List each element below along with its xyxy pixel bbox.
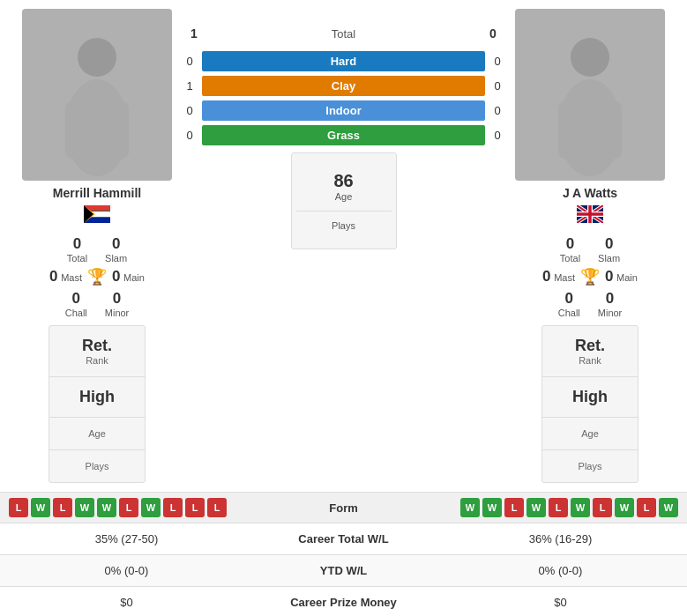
left-form-4: W — [75, 498, 94, 517]
left-age-row: Age — [49, 418, 145, 450]
left-form-7: W — [141, 498, 161, 517]
surface-row-indoor: 0 Indoor 0 — [181, 100, 506, 121]
gb-flag — [577, 205, 603, 223]
left-form-6: L — [119, 498, 138, 517]
right-form-1: W — [460, 498, 480, 517]
left-slam-stat: 0 Slam — [105, 235, 127, 263]
left-trophy-icon: 🏆 — [87, 267, 107, 286]
left-chall-minor-stats: 0 Chall 0 Minor — [65, 290, 130, 318]
right-form-9: L — [637, 498, 656, 517]
surface-row-clay: 1 Clay 0 — [181, 76, 506, 96]
right-form-10: W — [659, 498, 678, 517]
right-form-7: L — [593, 498, 612, 517]
svg-point-0 — [78, 38, 116, 77]
prize-label: Career Prize Money — [253, 587, 434, 617]
left-form-10: L — [207, 498, 227, 517]
left-player-name: Merrill Hammill — [53, 186, 141, 200]
right-mast-main-row: 0 Mast 🏆 0 Main — [542, 267, 638, 286]
left-form-2: W — [31, 498, 50, 517]
right-form-3: L — [504, 498, 524, 517]
left-form-8: L — [163, 498, 183, 517]
right-form-5: L — [549, 498, 568, 517]
surface-row-grass: 0 Grass 0 — [181, 125, 506, 145]
total-row: 1 Total 0 — [181, 26, 506, 41]
center-info-panel: 86 Age Plays — [291, 152, 397, 249]
right-side-panel: Ret. Rank High Age Plays — [541, 325, 638, 483]
comparison-section: Merrill Hammill 0 — [0, 0, 687, 492]
surface-btn-hard[interactable]: Hard — [202, 51, 485, 71]
surface-btn-indoor[interactable]: Indoor — [202, 100, 485, 121]
right-chall-minor-stats: 0 Chall 0 Minor — [558, 290, 623, 318]
left-player-photo — [22, 9, 172, 181]
right-age-row: Age — [542, 418, 638, 450]
left-ytd-wl: 0% (0-0) — [0, 555, 253, 587]
left-player-flag — [84, 204, 110, 228]
career-wl-row: 35% (27-50) Career Total W/L 36% (16-29) — [0, 523, 687, 555]
ytd-wl-row: 0% (0-0) YTD W/L 0% (0-0) — [0, 555, 687, 587]
left-player-area: Merrill Hammill 0 — [13, 9, 181, 483]
center-age-row: 86 Age — [296, 162, 392, 212]
left-plays-row: Plays — [49, 450, 145, 482]
surface-btn-clay[interactable]: Clay — [202, 76, 485, 96]
total-left-val: 1 — [181, 26, 207, 41]
left-prize: $0 — [0, 587, 253, 617]
left-form-3: L — [53, 498, 72, 517]
total-label: Total — [207, 27, 480, 41]
svg-rect-17 — [604, 101, 622, 159]
svg-rect-2 — [65, 101, 83, 159]
surface-row-hard: 0 Hard 0 — [181, 51, 506, 71]
right-silhouette — [546, 31, 634, 181]
surface-rows: 0 Hard 0 1 Clay 0 0 Indoor 0 — [181, 51, 506, 145]
right-plays-row: Plays — [542, 450, 638, 482]
left-stats-grid: 0 Total 0 Slam — [67, 235, 127, 263]
right-player-area: J A Watts 0 Total 0 Slam — [506, 9, 674, 483]
svg-rect-16 — [558, 101, 576, 159]
right-trophy-icon: 🏆 — [580, 267, 600, 286]
right-form-badges: W W L W L W L W L W — [383, 498, 679, 517]
left-silhouette — [53, 31, 141, 181]
center-plays-row: Plays — [296, 212, 392, 240]
right-stats-grid: 0 Total 0 Slam — [560, 235, 620, 263]
career-wl-label: Career Total W/L — [253, 523, 434, 555]
center-area: 1 Total 0 0 Hard 0 1 Clay 0 — [181, 9, 506, 249]
left-high-row: High — [49, 377, 145, 418]
left-total-stat: 0 Total — [67, 235, 87, 263]
right-rank-row: Ret. Rank — [542, 326, 638, 377]
right-player-photo — [515, 9, 665, 181]
right-form-2: W — [482, 498, 502, 517]
left-career-wl: 35% (27-50) — [0, 523, 253, 555]
svg-point-14 — [571, 38, 609, 77]
left-side-panel: Ret. Rank High Age Plays — [49, 325, 146, 483]
surface-btn-grass[interactable]: Grass — [202, 125, 485, 145]
za-flag — [84, 205, 110, 223]
prize-row: $0 Career Prize Money $0 — [0, 587, 687, 617]
right-player-flag — [577, 204, 603, 228]
left-form-5: W — [97, 498, 116, 517]
form-label: Form — [309, 501, 379, 515]
total-right-val: 0 — [480, 26, 506, 41]
form-section: L W L W W L W L L L Form W W L W L W L W… — [0, 492, 687, 523]
right-form-8: W — [615, 498, 634, 517]
left-form-badges: L W L W W L W L L L — [9, 498, 305, 517]
right-player-name: J A Watts — [563, 186, 617, 200]
left-rank-row: Ret. Rank — [49, 326, 145, 377]
right-ytd-wl: 0% (0-0) — [434, 555, 687, 587]
right-prize: $0 — [434, 587, 687, 617]
right-career-wl: 36% (16-29) — [434, 523, 687, 555]
ytd-wl-label: YTD W/L — [253, 555, 434, 587]
left-form-1: L — [9, 498, 28, 517]
center-age-val: 86 — [296, 171, 392, 191]
left-mast-main-row: 0 Mast 🏆 0 Main — [49, 267, 145, 286]
right-form-4: W — [526, 498, 546, 517]
right-form-6: W — [571, 498, 590, 517]
stats-table: 35% (27-50) Career Total W/L 36% (16-29)… — [0, 523, 687, 616]
svg-rect-3 — [111, 101, 129, 159]
right-high-row: High — [542, 377, 638, 418]
left-form-9: L — [185, 498, 205, 517]
